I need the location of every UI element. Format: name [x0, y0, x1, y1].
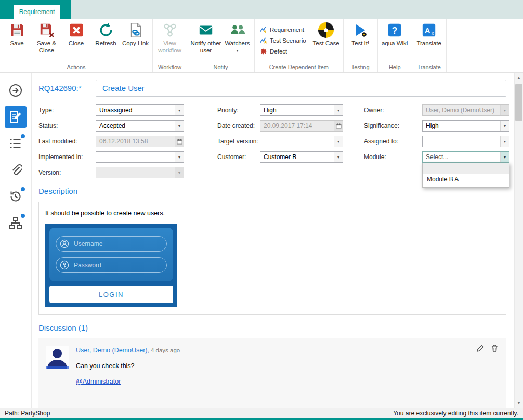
chevron-down-icon[interactable]: ▾: [500, 152, 509, 162]
chevron-down-icon[interactable]: ▾: [500, 121, 509, 131]
module-option[interactable]: Module B A: [423, 174, 509, 185]
assigned-to-value: [423, 136, 500, 147]
notify-other-user-button[interactable]: Notify other user: [190, 20, 222, 61]
test-it-play-icon: [352, 22, 368, 38]
scroll-down-arrow-icon[interactable]: ▼: [515, 399, 523, 408]
create-defect-label: Defect: [270, 48, 287, 55]
significance-select[interactable]: High ▾: [422, 120, 509, 132]
module-select[interactable]: Select... ▾ Module B A: [422, 151, 509, 163]
comment-header: User, Demo (DemoUser), 4 days ago: [76, 347, 180, 354]
target-version-select[interactable]: ▾: [260, 136, 343, 147]
create-requirement-button[interactable]: Requirement: [257, 24, 309, 35]
sidebar-item-edit[interactable]: [5, 106, 27, 128]
main-content: RQ142690:* Create User Type: Unassigned …: [32, 73, 514, 408]
watchers-button[interactable]: Watchers ▾: [223, 20, 252, 61]
login-image-password-placeholder: Password: [74, 261, 101, 269]
chevron-down-icon: ▾: [175, 167, 184, 178]
last-modified-value: 06.12.2018 13:58: [96, 136, 175, 147]
customer-select-value: Customer B: [260, 152, 334, 162]
ribbon-group-testing: Test It! Testing: [344, 19, 378, 72]
user-circle-icon: [60, 239, 69, 248]
statusbar-path: Path: PartyShop: [5, 410, 50, 417]
create-test-scenario-button[interactable]: Test Scenario: [257, 35, 309, 46]
ribbon-group-help-label: Help: [381, 62, 409, 72]
sidebar-item-details[interactable]: [5, 133, 27, 154]
close-button-label: Close: [69, 40, 84, 47]
sidebar: [0, 73, 32, 408]
view-workflow-button-label: View workflow: [155, 40, 184, 55]
aqua-requirement-window: Requirement Save Save & Close: [0, 0, 523, 420]
comment-body: User, Demo (DemoUser), 4 days ago Can yo…: [76, 346, 180, 386]
chevron-down-icon: ▾: [236, 49, 238, 52]
chevron-down-icon[interactable]: ▾: [175, 121, 184, 131]
edit-comment-button[interactable]: [476, 345, 484, 352]
refresh-button[interactable]: Refresh: [91, 20, 120, 61]
copy-link-button-label: Copy Link: [122, 40, 149, 47]
defect-icon: [260, 48, 267, 55]
status-select[interactable]: Accepted ▾: [96, 120, 184, 132]
ribbon-group-help: ? aqua Wiki Help: [378, 19, 412, 72]
priority-select[interactable]: High ▾: [260, 104, 343, 116]
vertical-scrollbar[interactable]: ▲ ▼: [514, 73, 523, 408]
translate-button[interactable]: Ax Translate: [415, 20, 443, 61]
owner-label: Owner:: [364, 107, 422, 114]
notify-other-user-button-label: Notify other user: [190, 40, 222, 55]
mention-link[interactable]: @Administrator: [76, 378, 121, 385]
chevron-down-icon[interactable]: ▾: [334, 152, 343, 162]
copy-link-button[interactable]: Copy Link: [121, 20, 150, 61]
item-id: RQ142690:*: [38, 84, 96, 93]
sidebar-item-dependencies[interactable]: [5, 212, 27, 234]
save-and-close-button-label: Save & Close: [32, 40, 61, 55]
watchers-people-icon: [230, 22, 245, 38]
ribbon-group-testing-label: Testing: [346, 62, 375, 72]
tab-requirement[interactable]: Requirement: [14, 5, 60, 19]
login-form-image: Username Password LOGIN: [45, 224, 177, 307]
requirement-icon: [260, 26, 267, 33]
significance-select-value: High: [423, 121, 500, 131]
view-workflow-button: View workflow: [155, 20, 184, 61]
implemented-in-select[interactable]: ▾: [96, 151, 184, 163]
chevron-down-icon[interactable]: ▾: [334, 136, 343, 147]
module-label: Module:: [364, 153, 422, 161]
chevron-down-icon[interactable]: ▾: [500, 136, 509, 147]
sidebar-item-attachments[interactable]: [5, 159, 27, 181]
svg-text:A: A: [425, 26, 430, 35]
description-editor[interactable]: It should be possible to create new user…: [38, 202, 506, 315]
svg-text:x: x: [432, 31, 434, 36]
scrollbar-thumb[interactable]: [515, 84, 522, 121]
scroll-up-arrow-icon[interactable]: ▲: [515, 73, 523, 82]
key-circle-icon: [60, 260, 69, 270]
refresh-icon: [98, 22, 114, 38]
save-button[interactable]: Save: [3, 20, 31, 61]
svg-text:?: ?: [392, 25, 398, 36]
module-option-empty[interactable]: [423, 163, 509, 174]
sidebar-collapse-button[interactable]: [5, 80, 27, 101]
title-input[interactable]: Create User: [96, 80, 506, 97]
assigned-to-select[interactable]: ▾: [422, 136, 509, 147]
type-label: Type:: [38, 107, 96, 114]
delete-comment-button[interactable]: [491, 345, 498, 352]
calendar-icon: [175, 136, 184, 147]
chevron-down-icon[interactable]: ▾: [175, 152, 184, 162]
create-defect-button[interactable]: Defect: [257, 46, 309, 57]
save-and-close-button[interactable]: Save & Close: [32, 20, 61, 61]
form-grid: Type: Unassigned ▾ Priority: High ▾ Owne…: [38, 104, 506, 178]
chevron-down-icon[interactable]: ▾: [334, 105, 343, 115]
create-test-case-button[interactable]: Test Case: [312, 20, 341, 61]
collapse-panel-arrow-icon: [9, 84, 22, 97]
comment: User, Demo (DemoUser), 4 days ago Can yo…: [46, 346, 499, 386]
ribbon-group-create-dependent-item-label: Create Dependent Item: [257, 62, 341, 72]
aqua-wiki-button[interactable]: ? aqua Wiki: [381, 20, 409, 61]
close-button[interactable]: Close: [62, 20, 90, 61]
create-test-case-label: Test Case: [313, 40, 339, 47]
chevron-down-icon: ▾: [500, 105, 509, 115]
type-select[interactable]: Unassigned ▾: [96, 104, 184, 116]
login-form-image-panel: Username Password: [49, 228, 173, 281]
chevron-down-icon[interactable]: ▾: [175, 105, 184, 115]
customer-select[interactable]: Customer B ▾: [260, 151, 343, 163]
test-it-button[interactable]: Test It!: [346, 20, 375, 61]
sidebar-item-history[interactable]: [5, 186, 27, 207]
title-row: RQ142690:* Create User: [38, 80, 506, 97]
scrollbar-track[interactable]: [515, 82, 523, 399]
discussion-heading: Discussion (1): [38, 323, 506, 332]
